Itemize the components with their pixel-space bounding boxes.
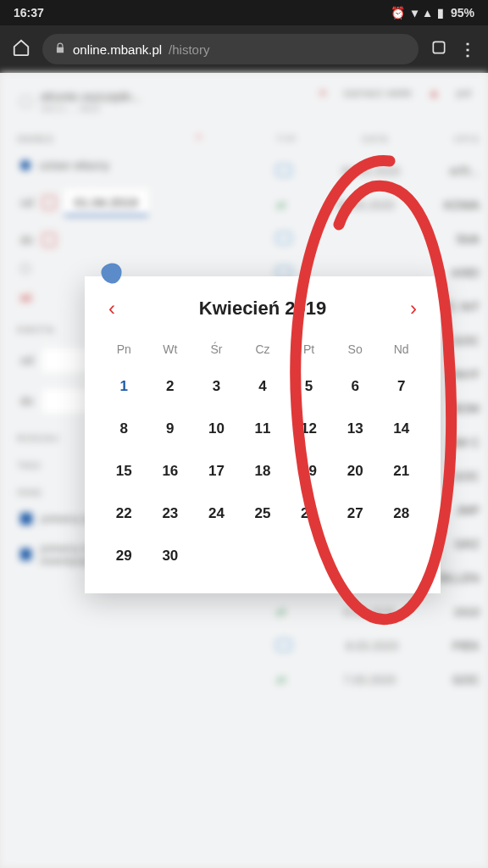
txn-desc: SM C [450,436,480,449]
calendar-day[interactable]: 29 [102,536,147,576]
calendar-weekday: Pn [102,334,147,366]
alarm-icon: ⏰ [391,6,405,19]
url-path: /history [169,42,209,57]
calendar-day[interactable]: 9 [148,409,193,449]
txn-desc: JMP [456,504,480,517]
calendar-day[interactable]: 16 [148,451,193,492]
calendar-day[interactable]: 24 [194,493,239,534]
th-opis: OPIS [454,134,480,144]
account-name: eKonto oszczędn... [41,90,141,103]
calendar-day[interactable]: 12 [286,409,331,449]
browser-bar: online.mbank.pl /history ⋮ [0,25,488,73]
calendar-day[interactable]: 4 [241,366,286,407]
okres-label: OKRES [17,134,54,145]
calendar-next-button[interactable]: › [403,297,424,320]
txn-type-icon [276,639,291,651]
do-label: do [20,394,34,408]
txn-desc: PAYF [451,368,480,381]
calendar-day[interactable]: 7 [379,366,424,407]
od-label: od [20,353,34,367]
txn-date: 30.03.2020 [341,164,400,178]
calendar-day[interactable]: 21 [379,451,424,492]
calendar-day[interactable]: 10 [194,409,239,449]
calendar-day[interactable]: 26 [286,493,331,534]
calendar-day[interactable]: 3 [194,366,239,407]
status-time: 16:37 [14,6,44,19]
chevron-up-icon[interactable]: ⌃ [195,134,203,145]
checkbox-checked-icon[interactable] [20,513,32,525]
date-from-input[interactable]: 01.04.2019 [64,189,148,216]
od-label: od [20,196,34,209]
status-bar: 16:37 ⏰ ▾ ▴ ▮ 95% [0,0,488,25]
calendar-day[interactable]: 22 [102,493,147,534]
radio-selected-icon[interactable] [20,160,30,170]
calendar-day[interactable]: 23 [148,493,193,534]
table-row[interactable]: ⇄26.03.2020KOWA [268,188,488,222]
calendar-weekday: Śr [194,334,239,366]
txn-type-icon [276,164,291,176]
calendar-day[interactable]: 27 [333,493,378,534]
table-row[interactable]: 8.03.2020PIEK [268,629,488,663]
calendar-day[interactable]: 13 [333,409,378,449]
checkbox-icon[interactable] [20,96,32,108]
calendar-popup: ‹ Kwiecień 2019 › PnWtŚrCzPtSoNd 1234567… [85,276,441,593]
calendar-day[interactable]: 8 [102,409,147,449]
calendar-day[interactable]: 19 [286,451,331,492]
txn-date: 8.03.2020 [346,639,398,653]
txn-desc: GOC [452,673,480,687]
address-bar[interactable]: online.mbank.pl /history [42,34,419,64]
th-date: DATA [362,134,389,144]
calendar-day[interactable]: 18 [241,451,286,492]
calendar-day[interactable]: 6 [333,366,378,407]
calendar-icon[interactable] [42,233,56,247]
account-number: 34111 ... 9625 [41,103,141,114]
table-row[interactable]: ⇄7.03.2020GOC [268,663,488,697]
table-row[interactable]: ⇄9.03.20201910 [268,595,488,629]
radio-empty-icon[interactable] [20,264,30,274]
calendar-day[interactable]: 28 [379,493,424,534]
txn-type-icon: ⇄ [276,673,286,687]
calendar-weekday: Wt [148,334,193,366]
wifi-icon: ▾ [412,6,418,19]
status-icons: ⏰ ▾ ▴ ▮ 95% [391,6,474,19]
calendar-day[interactable]: 20 [333,451,378,492]
calendar-weekday: Nd [379,334,424,366]
calendar-day[interactable]: 15 [102,451,147,492]
calendar-weekday: Pt [286,334,331,366]
txn-desc: BILLEN [439,571,480,585]
txn-desc: mTr... [450,164,480,178]
table-row[interactable]: 30.03.2020mTr... [268,154,488,188]
txn-type-icon [276,232,291,244]
calendar-day[interactable]: 5 [286,366,331,407]
th-type: TYP [276,134,297,144]
calendar-icon[interactable] [42,196,56,209]
home-icon[interactable] [12,38,30,60]
calendar-day[interactable]: 14 [379,409,424,449]
ustaw-wlasny-label: ustaw własny [39,159,109,172]
tabs-icon[interactable] [430,39,447,59]
select-many-label[interactable]: zaznacz wiele [343,86,412,99]
battery-level: 95% [451,6,474,19]
calendar-day[interactable]: 17 [194,451,239,492]
wi-label: wi [20,291,31,304]
txn-type-icon: ⇄ [276,198,286,212]
calendar-day[interactable]: 2 [148,366,193,407]
menu-icon[interactable]: ⋮ [459,39,476,59]
calendar-day[interactable]: 11 [241,409,286,449]
calendar-day[interactable]: 30 [148,536,193,576]
txn-type-icon: ⇄ [276,605,286,619]
txn-desc: Stok [456,232,480,246]
lock-icon [54,42,66,57]
battery-icon: ▮ [437,6,444,19]
table-row[interactable]: Stok [268,222,488,256]
do-label: do [20,233,34,247]
calendar-day[interactable]: 1 [102,366,147,407]
checkbox-checked-icon[interactable] [20,548,31,560]
txn-desc: PIEK [452,639,480,653]
calendar-day[interactable]: 25 [241,493,286,534]
txn-desc: IPC INT [437,300,480,314]
txn-desc: KOWA [444,198,480,212]
show-label[interactable]: poł [457,86,471,99]
calendar-prev-button[interactable]: ‹ [102,297,122,320]
txn-date: 7.03.2020 [343,673,396,687]
